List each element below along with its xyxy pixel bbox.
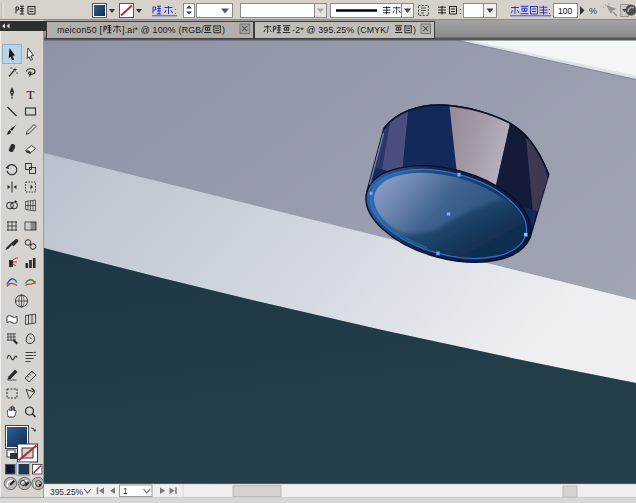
svg-text:395.25%: 395.25% [50,487,84,497]
svg-text::: : [548,6,551,16]
svg-text::: : [174,6,177,16]
svg-text:T: T [27,87,35,102]
svg-text:1: 1 [123,486,128,496]
svg-text:].ai* @ 100% (RGB/: ].ai* @ 100% (RGB/ [122,25,204,35]
svg-text:100: 100 [558,6,572,16]
svg-text:): ) [222,25,225,35]
svg-text:): ) [413,25,416,35]
svg-text:-2* @ 395.25% (CMYK/: -2* @ 395.25% (CMYK/ [292,25,389,35]
svg-text::: : [459,6,462,16]
svg-text:%: % [589,6,597,16]
svg-text:meicon50 [: meicon50 [ [57,25,102,35]
